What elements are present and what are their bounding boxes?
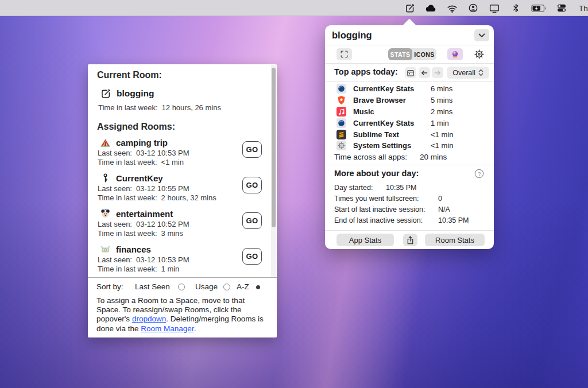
popover-arrow	[402, 18, 416, 33]
control-center-icon[interactable]	[555, 2, 568, 14]
calendar-button[interactable]	[405, 67, 416, 78]
sort-radio-last-seen[interactable]	[178, 284, 185, 290]
compose-room-icon	[100, 88, 111, 99]
scrollbar-thumb[interactable]	[272, 68, 276, 227]
tent-icon	[100, 137, 111, 148]
divider	[88, 277, 277, 278]
tab-icons[interactable]: ICONS	[412, 48, 436, 60]
day-section-header: More about your day:	[334, 169, 419, 178]
app-name: Music	[353, 107, 374, 116]
sort-option-a-z[interactable]: A-Z	[237, 282, 249, 291]
tab-stats[interactable]: STATS	[388, 48, 412, 60]
week-label: Time in last week:	[98, 193, 157, 202]
period-dropdown[interactable]: Overall	[447, 67, 489, 79]
app-row: System Settings <1 min	[325, 140, 494, 152]
compose-menu-extra-icon[interactable]	[403, 2, 416, 14]
fullscreen-button[interactable]	[336, 48, 352, 60]
wifi-icon[interactable]	[446, 2, 458, 14]
chevron-down-icon	[478, 33, 485, 38]
cloud-menu-extra-icon[interactable]	[424, 2, 437, 14]
day-stat-value: 10:35 PM	[438, 216, 469, 224]
share-button[interactable]	[403, 234, 417, 246]
bluetooth-icon[interactable]	[509, 2, 522, 14]
total-time-label: Time across all apps:	[334, 153, 407, 161]
day-stat-row: Day started: 10:35 PM	[334, 184, 487, 195]
gear-icon	[474, 49, 485, 60]
sort-radio-usage[interactable]	[223, 284, 230, 290]
app-name: Brave Browser	[353, 96, 406, 104]
battery-icon[interactable]	[531, 2, 547, 14]
display-icon[interactable]	[488, 2, 501, 14]
user-account-icon[interactable]	[467, 2, 479, 14]
day-stat-label: Times you went fullscreen:	[334, 195, 419, 203]
total-time-row: Time across all apps: 20 mins	[334, 153, 407, 161]
app-row: CurrentKey Stats 1 min	[325, 117, 494, 129]
app-name: Sublime Text	[353, 130, 399, 139]
last-seen-value: 03-12 10:52 PM	[136, 220, 189, 228]
app-row: CurrentKey Stats 6 mins	[325, 83, 494, 95]
day-stat-row: Times you went fullscreen: 0	[334, 195, 487, 205]
day-stat-row: End of last inactive session: 10:35 PM	[334, 216, 487, 227]
app-row: Music 2 mins	[325, 106, 494, 118]
fullscreen-icon	[341, 51, 348, 58]
key-icon	[100, 173, 111, 184]
app-name: CurrentKey Stats	[353, 84, 414, 93]
go-button[interactable]: GO	[242, 177, 262, 193]
total-time-value: 20 mins	[420, 153, 447, 161]
sort-radio-a-z-selected[interactable]	[256, 285, 260, 289]
up-down-chevrons-icon	[478, 69, 483, 76]
room-stats-button[interactable]: Room Stats	[425, 234, 485, 246]
day-stat-label: End of last inactive session:	[334, 216, 423, 224]
room-item-finances: finances Last seen:03-12 10:53 PM Time i…	[100, 243, 189, 274]
day-stat-value: 10:35 PM	[386, 184, 417, 192]
dropdown-link[interactable]: dropdown	[132, 315, 166, 323]
room-item-entertainment: entertainment Last seen:03-12 10:52 PM T…	[100, 208, 189, 238]
sort-option-usage[interactable]: Usage	[195, 282, 218, 291]
app-time: 2 mins	[431, 107, 452, 116]
arrow-left-icon	[421, 70, 428, 76]
last-seen-label: Last seen:	[98, 255, 132, 264]
app-time: <1 min	[431, 141, 453, 150]
room-dropdown-button[interactable]	[474, 29, 489, 41]
period-value: Overall	[452, 69, 475, 77]
system-settings-app-icon	[336, 141, 346, 150]
top-apps-list: CurrentKey Stats 6 mins Brave Browser 5 …	[325, 83, 494, 152]
sort-by-row: Sort by: Last Seen Usage A-Z	[88, 280, 277, 294]
last-seen-label: Last seen:	[98, 220, 132, 228]
mouse-face-icon	[100, 208, 111, 219]
last-seen-value: 03-12 10:55 PM	[136, 184, 189, 193]
go-button[interactable]: GO	[242, 248, 262, 265]
stats-popover: blogging STATS ICONS Top apps today: Ove…	[325, 25, 494, 249]
last-seen-label: Last seen:	[98, 184, 132, 193]
day-stat-value: N/A	[438, 205, 450, 214]
go-button[interactable]: GO	[242, 212, 262, 229]
current-room-week-value: 12 hours, 26 mins	[162, 103, 221, 112]
question-mark-icon: ?	[474, 169, 484, 179]
room-manager-link[interactable]: Room Manager	[141, 324, 194, 333]
previous-day-button[interactable]	[419, 67, 430, 78]
app-stats-button[interactable]: App Stats	[336, 234, 394, 246]
brave-browser-app-icon	[336, 95, 346, 105]
go-button[interactable]: GO	[242, 141, 262, 158]
app-name: CurrentKey Stats	[353, 119, 414, 127]
currentkey-stats-app-icon	[336, 84, 346, 94]
help-button[interactable]: ?	[474, 169, 484, 179]
settings-button[interactable]	[472, 48, 486, 60]
room-name: camping trip	[116, 138, 168, 148]
sort-option-last-seen[interactable]: Last Seen	[135, 282, 170, 291]
day-stat-row: Start of last inactive session: N/A	[334, 205, 487, 216]
room-panel: Current Room: blogging Time in last week…	[88, 64, 277, 337]
currentkey-stats-app-icon	[336, 118, 346, 128]
week-label: Time in last week:	[98, 158, 157, 166]
divider	[325, 63, 494, 64]
week-value: 2 hours, 32 mins	[161, 193, 216, 202]
day-stat-label: Start of last inactive session:	[334, 205, 425, 214]
divider	[325, 81, 494, 82]
share-icon	[407, 236, 414, 245]
crystal-ball-button[interactable]	[447, 48, 463, 60]
room-item-camping-trip: camping trip Last seen:03-12 10:53 PM Ti…	[100, 137, 189, 167]
room-name: CurrentKey	[116, 173, 163, 183]
menu-bar-clock[interactable]: Thu M	[579, 4, 588, 13]
app-row: Sublime Text <1 min	[325, 129, 494, 140]
next-day-button-disabled[interactable]	[432, 67, 443, 78]
